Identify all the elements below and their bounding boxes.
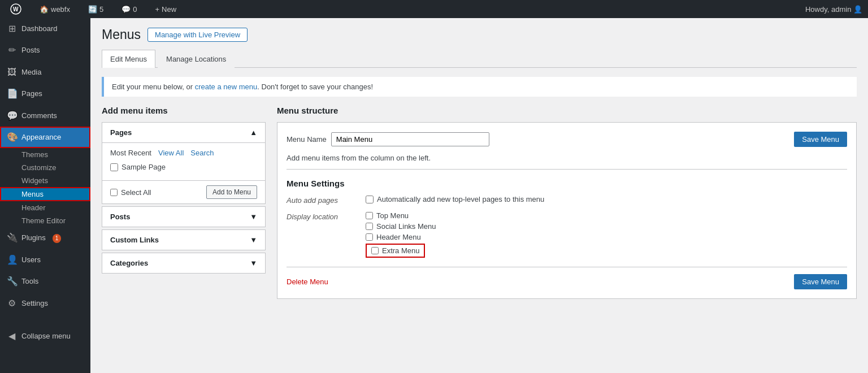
location-social-links-checkbox[interactable]	[366, 223, 373, 230]
select-all-row: Select All	[110, 188, 151, 197]
adminbar-comments[interactable]: 💬 0	[117, 0, 141, 18]
admin-bar: W 🏠 webfx 🔄 5 💬 0 + New Howdy, admin 👤	[0, 0, 868, 18]
posts-icon: ✏	[7, 44, 17, 57]
plugins-badge: 1	[53, 234, 62, 243]
sidebar-item-settings[interactable]: ⚙ Settings	[0, 293, 90, 314]
menu-name-input[interactable]	[331, 132, 489, 146]
tab-edit-menus[interactable]: Edit Menus	[102, 50, 155, 68]
sidebar-item-label: Posts	[21, 45, 40, 55]
chevron-down-icon: ▼	[250, 212, 257, 221]
sidebar-item-posts[interactable]: ✏ Posts	[0, 40, 90, 61]
dashboard-icon: ⊞	[7, 23, 17, 35]
select-all-checkbox[interactable]	[110, 189, 118, 196]
page-item-sample-checkbox[interactable]	[110, 163, 118, 171]
display-location-row: Display location Top Menu Social Links M…	[287, 211, 847, 258]
accordion-custom-links-header[interactable]: Custom Links ▼	[102, 230, 265, 250]
accordion-pages-header[interactable]: Pages ▲	[102, 123, 265, 142]
sidebar-sub-customize[interactable]: Customize	[0, 161, 90, 174]
accordion-pages-content: Most Recent View All Search Sample Page	[102, 142, 265, 180]
sidebar-item-appearance[interactable]: 🎨 Appearance	[0, 127, 90, 148]
sidebar-item-label: Tools	[21, 276, 38, 287]
sidebar-item-comments[interactable]: 💬 Comments	[0, 105, 90, 127]
sidebar-item-pages[interactable]: 📄 Pages	[0, 83, 90, 105]
extra-menu-highlight: Extra Menu	[366, 244, 425, 258]
add-to-menu-button[interactable]: Add to Menu	[206, 185, 257, 199]
pages-sub-tabs: Most Recent View All Search	[110, 149, 257, 157]
accordion-categories-label: Categories	[110, 259, 148, 267]
sidebar-sub-themes[interactable]: Themes	[0, 148, 90, 161]
auto-add-checkbox[interactable]	[366, 196, 374, 203]
media-icon: 🖼	[7, 66, 17, 79]
subtab-most-recent[interactable]: Most Recent	[110, 149, 151, 157]
accordion-posts-label: Posts	[110, 212, 130, 221]
sidebar-sub-menus[interactable]: Menus	[0, 187, 90, 201]
menu-structure-title: Menu structure	[277, 106, 857, 115]
auto-add-label: Auto add pages	[287, 195, 366, 206]
sidebar-item-tools[interactable]: 🔧 Tools	[0, 271, 90, 292]
accordion-posts-header[interactable]: Posts ▼	[102, 207, 265, 227]
display-location-checkboxes: Top Menu Social Links Menu Header Menu	[366, 211, 847, 258]
auto-add-checkbox-row: Automatically add new top-level pages to…	[366, 195, 847, 203]
create-menu-link[interactable]: create a new menu	[195, 83, 258, 91]
location-extra-menu: Extra Menu	[366, 244, 847, 258]
tools-icon: 🔧	[7, 275, 17, 288]
sidebar-item-label: Pages	[21, 89, 42, 99]
menu-name-row: Menu Name Save Menu	[287, 132, 847, 147]
sidebar-sub-widgets[interactable]: Widgets	[0, 174, 90, 187]
sidebar-item-label: Appearance	[21, 132, 61, 142]
accordion-categories-header[interactable]: Categories ▼	[102, 253, 265, 273]
location-social-links-label: Social Links Menu	[376, 222, 436, 231]
save-menu-button-top[interactable]: Save Menu	[794, 132, 847, 147]
page-item-sample: Sample Page	[110, 163, 257, 171]
collapse-label: Collapse menu	[21, 331, 71, 341]
sidebar-item-dashboard[interactable]: ⊞ Dashboard	[0, 18, 90, 40]
accordion-pages-label: Pages	[110, 128, 132, 137]
settings-icon: ⚙	[7, 297, 17, 310]
auto-add-text: Automatically add new top-level pages to…	[377, 195, 544, 203]
page-item-sample-label: Sample Page	[121, 163, 166, 171]
sidebar-item-label: Comments	[21, 111, 57, 121]
adminbar-site-name[interactable]: 🏠 webfx	[35, 0, 75, 18]
pages-icon: 📄	[7, 88, 17, 100]
select-all-label: Select All	[121, 188, 151, 197]
svg-text:W: W	[13, 6, 19, 12]
adminbar-new[interactable]: + New	[150, 0, 181, 18]
adminbar-updates[interactable]: 🔄 5	[84, 0, 108, 18]
tab-manage-locations[interactable]: Manage Locations	[158, 50, 235, 68]
menu-settings-title: Menu Settings	[287, 179, 847, 188]
page-title: Menus	[102, 27, 141, 42]
location-extra-menu-label: Extra Menu	[382, 246, 419, 255]
add-items-title: Add menu items	[102, 106, 266, 115]
subtab-search[interactable]: Search	[190, 149, 214, 157]
users-icon: 👤	[7, 254, 17, 266]
location-top-menu: Top Menu	[366, 211, 847, 220]
sidebar-item-users[interactable]: 👤 Users	[0, 249, 90, 271]
collapse-menu-button[interactable]: ◀ Collapse menu	[0, 326, 90, 347]
accordion-posts: Posts ▼	[102, 206, 266, 227]
sidebar-item-label: Users	[21, 255, 41, 265]
comments-icon: 💬	[7, 110, 17, 122]
accordion-pages-footer: Select All Add to Menu	[102, 180, 265, 203]
live-preview-button[interactable]: Manage with Live Preview	[147, 28, 248, 42]
sidebar-sub-theme-editor[interactable]: Theme Editor	[0, 214, 90, 227]
location-top-menu-checkbox[interactable]	[366, 212, 373, 219]
save-menu-button-bottom[interactable]: Save Menu	[794, 274, 847, 289]
accordion-pages: Pages ▲ Most Recent View All Search Samp…	[102, 122, 266, 204]
sidebar-item-label: Dashboard	[21, 24, 58, 34]
subtab-view-all[interactable]: View All	[158, 149, 184, 157]
accordion-custom-links-label: Custom Links	[110, 236, 159, 244]
tabs: Edit Menus Manage Locations	[102, 49, 857, 68]
sidebar-item-media[interactable]: 🖼 Media	[0, 62, 90, 83]
notice-suffix: . Don't forget to save your changes!	[257, 83, 373, 91]
notice-bar: Edit your menu below, or create a new me…	[102, 77, 857, 97]
adminbar-wp-logo[interactable]: W	[6, 0, 26, 18]
sidebar-sub-header[interactable]: Header	[0, 201, 90, 214]
delete-menu-link[interactable]: Delete Menu	[287, 277, 328, 286]
auto-add-value: Automatically add new top-level pages to…	[366, 195, 847, 206]
collapse-icon: ◀	[7, 330, 17, 342]
location-extra-menu-checkbox[interactable]	[371, 247, 379, 254]
menu-structure-panel: Menu structure Menu Name Save Menu Add m…	[277, 106, 857, 299]
sidebar-item-plugins[interactable]: 🔌 Plugins 1	[0, 227, 90, 249]
add-menu-items-panel: Add menu items Pages ▲ Most Recent View …	[102, 106, 266, 299]
location-header-menu-checkbox[interactable]	[366, 233, 373, 241]
